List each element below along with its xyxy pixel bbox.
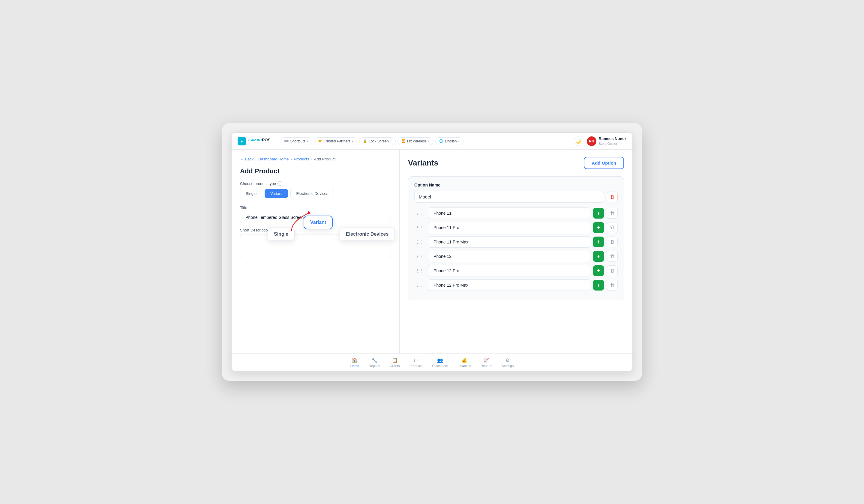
short-desc-input[interactable]	[240, 234, 391, 258]
main-content: ← Back | Dashboard Home › Products › Add…	[232, 150, 632, 354]
trash-icon-5: 🗑	[610, 282, 615, 288]
customers-label: Customers	[432, 364, 448, 368]
wireless-label: Fix Wireless	[407, 139, 427, 143]
left-panel: ← Back | Dashboard Home › Products › Add…	[232, 150, 400, 354]
delete-variant-btn-2[interactable]: 🗑	[607, 236, 618, 247]
user-role: Store Owner	[599, 142, 626, 146]
nav-item-orders[interactable]: 📋 Orders	[390, 357, 400, 368]
type-btn-electronic[interactable]: Electronic Devices	[290, 189, 334, 198]
trash-icon-4: 🗑	[610, 268, 615, 273]
drag-handle[interactable]: ⋮⋮	[414, 238, 425, 246]
breadcrumb-products[interactable]: Products	[294, 157, 309, 161]
variant-input-3[interactable]	[428, 251, 590, 262]
delete-variant-btn-1[interactable]: 🗑	[607, 222, 618, 233]
language-chevron: ▾	[458, 140, 459, 143]
partners-label: Trusted Partners	[324, 139, 350, 143]
logo-name: Fixmaster	[248, 138, 262, 142]
nav-pill-shortcuts[interactable]: ⌨ Shortcuts ▾	[280, 137, 312, 145]
products-icon: 🏷	[413, 358, 418, 363]
logo-area: F FixmasterPOS	[238, 137, 270, 145]
variant-input-2[interactable]	[428, 236, 590, 248]
trash-icon-1: 🗑	[610, 225, 615, 230]
add-variant-btn-5[interactable]: +	[593, 280, 604, 291]
breadcrumb-home[interactable]: Dashboard Home	[258, 157, 289, 161]
shortcuts-label: Shortcuts	[290, 139, 305, 143]
delete-variant-btn-5[interactable]: 🗑	[607, 280, 618, 291]
finances-label: Finances	[457, 364, 471, 368]
option-card: Option Name 🗑 ⋮⋮ + 🗑	[408, 176, 624, 300]
title-input[interactable]	[240, 212, 391, 223]
nav-item-reports[interactable]: 📈 Reports	[481, 357, 492, 368]
delete-option-button[interactable]: 🗑	[607, 192, 618, 202]
shortcuts-chevron: ▾	[307, 140, 309, 143]
reports-label: Reports	[481, 364, 492, 368]
add-product-title: Add Product	[240, 167, 391, 175]
partners-chevron: ▾	[352, 140, 353, 143]
nav-pill-wireless[interactable]: 📶 Fix Wireless ▾	[397, 137, 433, 145]
short-desc-label: Short Description	[240, 228, 391, 232]
orders-icon: 📋	[392, 357, 398, 363]
user-name: Ramses Nunez	[599, 136, 626, 142]
dark-mode-toggle[interactable]: 🌙	[574, 136, 583, 146]
user-avatar: RN	[587, 136, 597, 146]
outer-wrapper: F FixmasterPOS ⌨ Shortcuts ▾ 🤝 Trusted P…	[222, 123, 642, 381]
lockscreen-label: Lock Screen	[369, 139, 389, 143]
nav-item-home[interactable]: 🏠 Home	[350, 357, 359, 368]
partners-icon: 🤝	[318, 139, 322, 143]
table-row: ⋮⋮ + 🗑	[414, 236, 618, 248]
variant-input-5[interactable]	[428, 280, 590, 291]
product-type-text: Choose product type	[240, 181, 276, 186]
lock-icon: 🔒	[363, 139, 367, 143]
user-badge[interactable]: RN Ramses Nunez Store Owner	[587, 136, 626, 146]
option-name-row: 🗑	[414, 191, 618, 203]
home-label: Home	[350, 364, 359, 368]
breadcrumb-back[interactable]: ← Back	[240, 157, 254, 161]
variant-input-4[interactable]	[428, 265, 590, 276]
orders-label: Orders	[390, 364, 400, 368]
delete-variant-btn-4[interactable]: 🗑	[607, 265, 618, 276]
breadcrumb-sep2: ›	[291, 157, 292, 161]
nav-pill-language[interactable]: 🌐 English ▾	[435, 137, 464, 145]
drag-handle[interactable]: ⋮⋮	[414, 282, 425, 289]
add-variant-btn-4[interactable]: +	[593, 265, 604, 276]
delete-variant-btn-3[interactable]: 🗑	[607, 251, 618, 262]
add-variant-btn-2[interactable]: +	[593, 236, 604, 247]
variants-header: Variants Add Option	[408, 157, 624, 169]
language-icon: 🌐	[439, 139, 443, 143]
drag-handle[interactable]: ⋮⋮	[414, 210, 425, 217]
table-row: ⋮⋮ + 🗑	[414, 280, 618, 291]
title-group: Title	[240, 205, 391, 223]
add-option-button[interactable]: Add Option	[584, 157, 624, 169]
repairs-label: Repairs	[369, 364, 380, 368]
bottom-nav: 🏠 Home 🔧 Repairs 📋 Orders 🏷 Products 👥 C…	[232, 354, 632, 371]
nav-pill-partners[interactable]: 🤝 Trusted Partners ▾	[314, 137, 357, 145]
delete-variant-btn-0[interactable]: 🗑	[607, 208, 618, 219]
type-btn-variant[interactable]: Variant	[265, 189, 288, 198]
short-desc-group: Short Description	[240, 228, 391, 259]
language-label: English	[445, 139, 457, 143]
breadcrumb: ← Back | Dashboard Home › Products › Add…	[240, 157, 391, 161]
shortcuts-icon: ⌨	[284, 139, 289, 143]
trash-icon-0: 🗑	[610, 210, 615, 216]
drag-handle[interactable]: ⋮⋮	[414, 267, 425, 274]
nav-item-customers[interactable]: 👥 Customers	[432, 357, 448, 368]
nav-pill-lockscreen[interactable]: 🔒 Lock Screen ▾	[359, 137, 396, 145]
nav-item-finances[interactable]: 💰 Finances	[457, 357, 471, 368]
type-btn-single[interactable]: Single	[240, 189, 262, 198]
option-name-input[interactable]	[414, 191, 604, 203]
add-variant-btn-1[interactable]: +	[593, 222, 604, 233]
drag-handle[interactable]: ⋮⋮	[414, 224, 425, 231]
variant-input-0[interactable]	[428, 208, 590, 219]
nav-right: 🌙 RN Ramses Nunez Store Owner	[574, 136, 626, 146]
add-variant-btn-3[interactable]: +	[593, 251, 604, 262]
nav-item-repairs[interactable]: 🔧 Repairs	[369, 357, 380, 368]
variant-input-1[interactable]	[428, 222, 590, 233]
nav-item-settings[interactable]: ⚙ Settings	[502, 357, 514, 368]
drag-handle[interactable]: ⋮⋮	[414, 253, 425, 260]
variants-title: Variants	[408, 158, 438, 168]
logo-text: FixmasterPOS	[248, 138, 270, 144]
add-variant-btn-0[interactable]: +	[593, 208, 604, 219]
nav-item-products[interactable]: 🏷 Products	[409, 358, 422, 368]
trash-icon-3: 🗑	[610, 254, 615, 259]
wireless-icon: 📶	[401, 139, 406, 143]
